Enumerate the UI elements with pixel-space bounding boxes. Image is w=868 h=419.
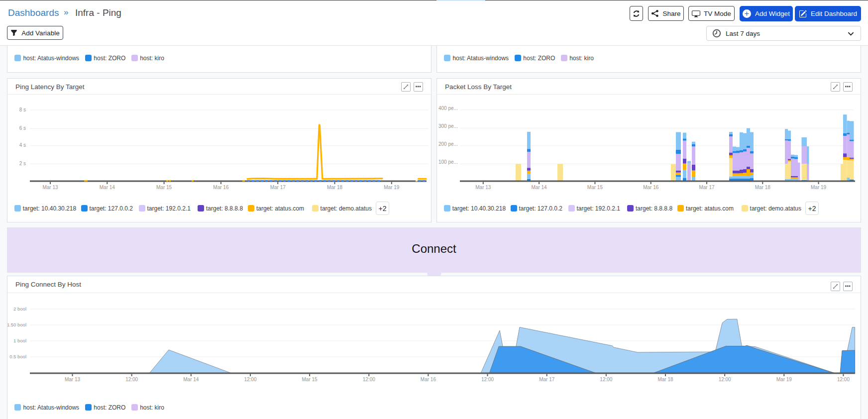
svg-text:Mar 13: Mar 13 — [475, 185, 491, 190]
svg-text:1 bool: 1 bool — [13, 338, 26, 343]
svg-text:12:00: 12:00 — [481, 377, 494, 382]
svg-text:8 s: 8 s — [19, 107, 26, 112]
svg-text:Mar 16: Mar 16 — [643, 185, 659, 190]
svg-text:12:00: 12:00 — [719, 377, 731, 382]
svg-text:Mar 15: Mar 15 — [302, 377, 318, 382]
svg-text:Mar 14: Mar 14 — [532, 185, 547, 190]
svg-text:Mar 13: Mar 13 — [65, 377, 81, 382]
svg-text:2 s: 2 s — [19, 161, 26, 166]
svg-text:Mar 18: Mar 18 — [657, 377, 673, 382]
svg-text:Mar 16: Mar 16 — [213, 185, 229, 190]
svg-text:Mar 13: Mar 13 — [42, 185, 58, 190]
svg-text:2 bool: 2 bool — [13, 306, 26, 312]
svg-text:100 pe...: 100 pe... — [438, 159, 458, 165]
svg-text:Mar 17: Mar 17 — [699, 185, 715, 190]
svg-text:12:00: 12:00 — [600, 377, 612, 382]
svg-text:Mar 17: Mar 17 — [270, 185, 286, 190]
svg-text:Mar 18: Mar 18 — [755, 185, 771, 190]
svg-text:12:00: 12:00 — [125, 377, 138, 382]
svg-text:Mar 14: Mar 14 — [100, 185, 115, 190]
svg-text:Mar 19: Mar 19 — [384, 185, 400, 190]
svg-text:6 s: 6 s — [19, 125, 26, 131]
svg-text:12:00: 12:00 — [837, 377, 850, 382]
svg-text:200 pe...: 200 pe... — [438, 141, 458, 147]
svg-text:Mar 16: Mar 16 — [421, 377, 436, 382]
svg-text:0.5 bool: 0.5 bool — [9, 354, 26, 359]
svg-text:400 pe...: 400 pe... — [438, 105, 458, 111]
svg-text:Mar 15: Mar 15 — [156, 185, 172, 190]
svg-text:4 s: 4 s — [19, 142, 26, 148]
svg-text:Mar 19: Mar 19 — [811, 185, 827, 190]
svg-text:Mar 17: Mar 17 — [539, 377, 555, 382]
svg-text:Mar 18: Mar 18 — [327, 185, 343, 190]
svg-text:Mar 19: Mar 19 — [776, 377, 792, 382]
svg-text:1.50 bool: 1.50 bool — [7, 322, 26, 327]
svg-text:Mar 15: Mar 15 — [587, 185, 603, 190]
svg-text:Mar 14: Mar 14 — [183, 377, 199, 382]
svg-text:300 pe...: 300 pe... — [438, 123, 458, 129]
svg-text:12:00: 12:00 — [363, 377, 375, 382]
svg-text:12:00: 12:00 — [244, 377, 256, 382]
